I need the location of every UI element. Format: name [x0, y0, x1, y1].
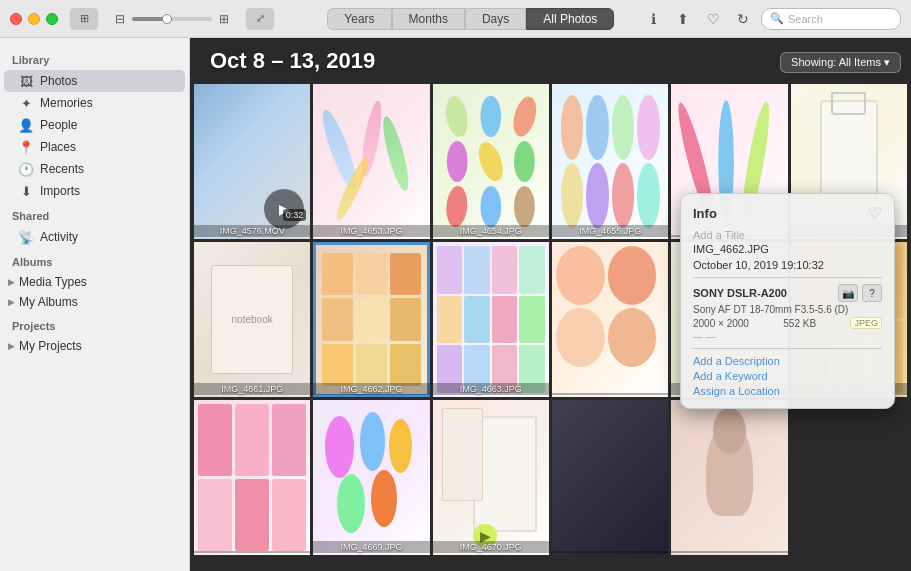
search-icon: 🔍 [770, 12, 784, 25]
photo-inner [313, 242, 429, 397]
sidebar-toggle-icon[interactable]: ⊞ [70, 8, 98, 30]
close-button[interactable] [10, 13, 22, 25]
photo-cell-selected[interactable]: IMG_4662.JPG [313, 242, 429, 397]
photo-filename: IMG_4670.JPG [433, 541, 549, 553]
places-icon: 📍 [18, 139, 34, 155]
tab-days[interactable]: Days [465, 8, 526, 30]
photo-inner [194, 400, 310, 555]
photo-cell[interactable]: IMG_4669.JPG [313, 400, 429, 555]
popup-dims-row: 2000 × 2000 552 KB JPEG [693, 317, 882, 329]
photo-cell[interactable] [552, 400, 668, 555]
photo-cell[interactable]: IMG_4654.JPG [433, 84, 549, 239]
rotate-icon[interactable]: ↻ [731, 7, 755, 31]
main-area: Library 🖼 Photos ✦ Memories 👤 People 📍 P… [0, 38, 911, 571]
photo-filename: IMG_4653.JPG [313, 225, 429, 237]
date-header: Oct 8 – 13, 2019 [210, 48, 375, 74]
popup-add-title[interactable]: Add a Title [693, 229, 882, 241]
photo-cell[interactable] [552, 242, 668, 397]
popup-add-keyword[interactable]: Add a Keyword [693, 370, 882, 382]
photo-inner [552, 84, 668, 239]
sidebar-item-activity[interactable]: 📡 Activity [4, 226, 185, 248]
sidebar-item-photos[interactable]: 🖼 Photos [4, 70, 185, 92]
sidebar-item-people[interactable]: 👤 People [4, 114, 185, 136]
heart-icon[interactable]: ♡ [701, 7, 725, 31]
cam-icons: 📷 ? [838, 284, 882, 302]
recents-label: Recents [40, 162, 84, 176]
photo-cell[interactable]: ▶ IMG_4670.JPG [433, 400, 549, 555]
zoom-in-icon[interactable]: ⊞ [216, 11, 232, 27]
photo-inner [433, 84, 549, 239]
share-icon[interactable]: ⬆ [671, 7, 695, 31]
popup-title: Info [693, 206, 717, 221]
photos-icon: 🖼 [18, 73, 34, 89]
sidebar-group-my-albums[interactable]: ▶ My Albums [0, 292, 189, 312]
popup-header: Info ♡ [693, 204, 882, 223]
titlebar-nav: ⊞ ⊟ ⊞ ⤢ [70, 8, 274, 30]
zoom-slider-area[interactable]: ⊟ ⊞ [112, 11, 232, 27]
photo-cell[interactable]: IMG_4655.JPG [552, 84, 668, 239]
maximize-button[interactable] [46, 13, 58, 25]
my-albums-label: My Albums [19, 295, 78, 309]
imports-label: Imports [40, 184, 80, 198]
popup-format-badge: JPEG [850, 317, 882, 329]
memories-label: Memories [40, 96, 93, 110]
photo-filename [194, 551, 310, 553]
tab-months[interactable]: Months [392, 8, 465, 30]
zoom-track[interactable] [132, 17, 212, 21]
info-icon[interactable]: ℹ [641, 7, 665, 31]
search-placeholder: Search [788, 13, 823, 25]
sidebar-group-my-projects[interactable]: ▶ My Projects [0, 336, 189, 356]
popup-divider-1 [693, 277, 882, 278]
photo-filename: IMG_4669.JPG [313, 541, 429, 553]
popup-assign-location[interactable]: Assign a Location [693, 385, 882, 397]
duration-badge: 0:32 [283, 209, 307, 221]
photo-inner [552, 242, 668, 397]
photo-cell[interactable]: notebook IMG_4661.JPG [194, 242, 310, 397]
sidebar-item-recents[interactable]: 🕐 Recents [4, 158, 185, 180]
arrow-my-projects: ▶ [8, 341, 15, 351]
photo-cell[interactable]: IMG_4663.JPG [433, 242, 549, 397]
library-section-title: Library [0, 46, 189, 70]
photo-inner: ▶ [433, 400, 549, 555]
sidebar: Library 🖼 Photos ✦ Memories 👤 People 📍 P… [0, 38, 190, 571]
photo-cell[interactable]: IMG_4653.JPG [313, 84, 429, 239]
popup-camera-model: SONY DSLR-A200 [693, 287, 787, 299]
projects-section-title: Projects [0, 312, 189, 336]
minimize-button[interactable] [28, 13, 40, 25]
popup-add-description[interactable]: Add a Description [693, 355, 882, 367]
activity-label: Activity [40, 230, 78, 244]
tab-all-photos[interactable]: All Photos [526, 8, 614, 30]
photo-filename [671, 551, 787, 553]
popup-heart-button[interactable]: ♡ [868, 204, 882, 223]
sidebar-item-memories[interactable]: ✦ Memories [4, 92, 185, 114]
zoom-out-icon[interactable]: ⊟ [112, 11, 128, 27]
imports-icon: ⬇ [18, 183, 34, 199]
popup-file-size: 552 KB [783, 318, 816, 329]
photo-content: Oct 8 – 13, 2019 Showing: All Items ▾ ▶ … [190, 38, 911, 571]
photos-label: Photos [40, 74, 77, 88]
photo-inner: notebook [194, 242, 310, 397]
showing-bar[interactable]: Showing: All Items ▾ [780, 52, 901, 73]
activity-icon: 📡 [18, 229, 34, 245]
fullscreen-icon[interactable]: ⤢ [246, 8, 274, 30]
sidebar-item-imports[interactable]: ⬇ Imports [4, 180, 185, 202]
photo-filename: IMG_4654.JPG [433, 225, 549, 237]
sidebar-group-media-types[interactable]: ▶ Media Types [0, 272, 189, 292]
sidebar-item-places[interactable]: 📍 Places [4, 136, 185, 158]
search-box[interactable]: 🔍 Search [761, 8, 901, 30]
photo-cell[interactable] [194, 400, 310, 555]
recents-icon: 🕐 [18, 161, 34, 177]
photo-cell[interactable]: ▶ 0:32 IMG_4576.MOV [194, 84, 310, 239]
titlebar: ⊞ ⊟ ⊞ ⤢ Years Months Days All Photos ℹ ⬆… [0, 0, 911, 38]
tab-years[interactable]: Years [327, 8, 391, 30]
photo-cell[interactable] [671, 400, 787, 555]
zoom-thumb[interactable] [162, 14, 172, 24]
popup-lens: Sony AF DT 18-70mm F3.5-5.6 (D) [693, 304, 882, 315]
camera-info-icon[interactable]: ? [862, 284, 882, 302]
popup-dashes: — — [693, 331, 882, 342]
camera-raw-icon[interactable]: 📷 [838, 284, 858, 302]
photo-filename [552, 393, 668, 395]
media-types-label: Media Types [19, 275, 87, 289]
photo-filename: IMG_4662.JPG [313, 383, 429, 395]
photo-filename: IMG_4661.JPG [194, 383, 310, 395]
